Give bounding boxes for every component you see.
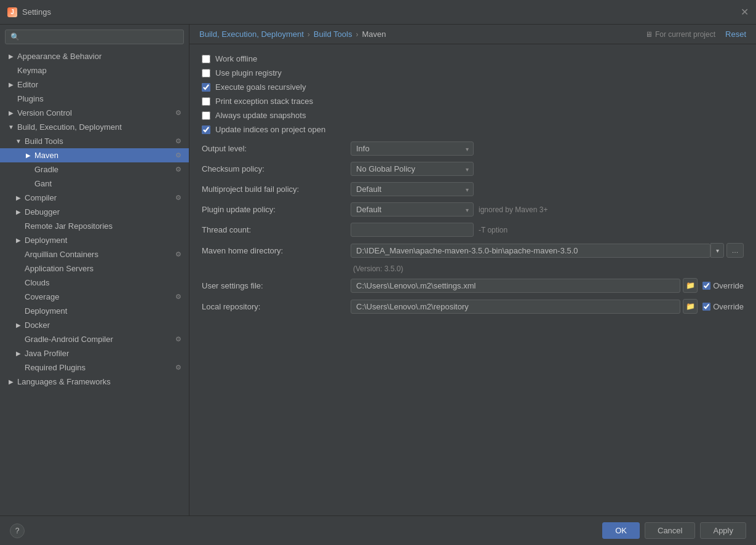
checkbox-row-1: Use plugin registry bbox=[202, 68, 744, 78]
breadcrumb-sep-2: › bbox=[356, 30, 358, 39]
checkbox-label-1[interactable]: Use plugin registry bbox=[215, 68, 282, 78]
checkbox-label-2[interactable]: Execute goals recursively bbox=[215, 82, 306, 92]
maven-version-text: (Version: 3.5.0) bbox=[353, 265, 403, 273]
sidebar-item-1[interactable]: Keymap bbox=[0, 63, 189, 78]
sidebar-ext-icon-10: ⚙ bbox=[175, 194, 184, 202]
checkbox-4[interactable] bbox=[202, 111, 210, 120]
user-settings-override: Override bbox=[702, 281, 744, 290]
checkbox-row-5: Update indices on project open bbox=[202, 125, 744, 134]
local-repository-control: 📁 Override bbox=[351, 299, 744, 314]
sidebar-item-15[interactable]: Application Servers bbox=[0, 261, 189, 276]
maven-version-row: (Version: 3.5.0) bbox=[202, 264, 744, 273]
breadcrumb-item-1[interactable]: Build, Execution, Deployment bbox=[199, 30, 304, 39]
sidebar-item-2[interactable]: ▶Editor bbox=[0, 78, 189, 92]
user-settings-browse-btn[interactable]: 📁 bbox=[683, 278, 698, 293]
maven-home-dropdown-btn[interactable]: ▾ bbox=[710, 243, 724, 258]
checkbox-label-5[interactable]: Update indices on project open bbox=[215, 125, 325, 134]
user-settings-override-label: Override bbox=[713, 281, 744, 290]
output-level-label: Output level: bbox=[202, 144, 343, 153]
user-settings-override-checkbox[interactable] bbox=[702, 282, 710, 290]
sidebar-item-7[interactable]: ▶Maven⚙ bbox=[0, 148, 189, 162]
search-input[interactable] bbox=[5, 30, 184, 44]
maven-home-row: Maven home directory: ▾ … bbox=[202, 243, 744, 258]
sidebar-label-6: Build Tools bbox=[25, 137, 173, 146]
user-settings-input[interactable] bbox=[351, 279, 680, 293]
plugin-update-policy-control: Default Never Always Daily ignored by Ma… bbox=[351, 202, 744, 217]
sidebar-item-9[interactable]: Gant bbox=[0, 177, 189, 191]
sidebar-label-7: Maven bbox=[34, 151, 173, 160]
local-repository-row: Local repository: 📁 Override bbox=[202, 299, 744, 314]
sidebar-item-13[interactable]: ▶Deployment bbox=[0, 233, 189, 247]
checkbox-1[interactable] bbox=[202, 69, 210, 78]
checkbox-3[interactable] bbox=[202, 97, 210, 106]
sidebar-item-21[interactable]: ▶Java Profiler bbox=[0, 346, 189, 360]
output-level-select-wrapper: Debug Info Warn Error bbox=[351, 141, 474, 156]
dialog-title: Settings bbox=[22, 7, 51, 17]
checkboxes-container: Work offlineUse plugin registryExecute g… bbox=[202, 54, 744, 134]
sidebar-item-17[interactable]: Coverage⚙ bbox=[0, 290, 189, 304]
checksum-policy-select[interactable]: No Global Policy Strict Warn Fail bbox=[351, 162, 474, 176]
dialog-body: ▶Appearance & BehaviorKeymap▶EditorPlugi… bbox=[0, 25, 756, 515]
app-icon: J bbox=[7, 7, 17, 17]
sidebar-item-10[interactable]: ▶Compiler⚙ bbox=[0, 191, 189, 205]
multiproject-policy-select-wrapper: Default Never Always bbox=[351, 182, 474, 196]
close-button[interactable]: ✕ bbox=[741, 6, 749, 18]
local-repository-browse-btn[interactable]: 📁 bbox=[683, 299, 698, 314]
apply-button[interactable]: Apply bbox=[700, 522, 746, 539]
sidebar-label-15: Application Servers bbox=[25, 264, 184, 273]
sidebar-label-21: Java Profiler bbox=[25, 349, 184, 358]
sidebar-item-19[interactable]: ▶Docker bbox=[0, 318, 189, 332]
checksum-policy-label: Checksum policy: bbox=[202, 164, 343, 173]
sidebar-item-22[interactable]: Required Plugins⚙ bbox=[0, 360, 189, 375]
sidebar-label-5: Build, Execution, Deployment bbox=[17, 122, 184, 132]
checkbox-2[interactable] bbox=[202, 83, 210, 92]
checksum-policy-select-wrapper: No Global Policy Strict Warn Fail bbox=[351, 162, 474, 176]
breadcrumb-item-2[interactable]: Build Tools bbox=[314, 30, 352, 39]
checkbox-0[interactable] bbox=[202, 55, 210, 63]
local-repository-override-checkbox[interactable] bbox=[702, 303, 710, 311]
sidebar-item-11[interactable]: ▶Debugger bbox=[0, 205, 189, 219]
sidebar-arrow-7: ▶ bbox=[25, 152, 32, 159]
sidebar-item-6[interactable]: ▼Build Tools⚙ bbox=[0, 134, 189, 148]
checksum-policy-row: Checksum policy: No Global Policy Strict… bbox=[202, 162, 744, 176]
sidebar-item-20[interactable]: Gradle-Android Compiler⚙ bbox=[0, 332, 189, 346]
multiproject-policy-select[interactable]: Default Never Always bbox=[351, 182, 474, 196]
sidebar-item-16[interactable]: Clouds bbox=[0, 276, 189, 290]
sidebar-spacer-15 bbox=[15, 265, 22, 272]
ok-button[interactable]: OK bbox=[602, 522, 640, 539]
settings-content: Work offlineUse plugin registryExecute g… bbox=[189, 44, 756, 515]
output-level-select[interactable]: Debug Info Warn Error bbox=[351, 141, 474, 156]
checkbox-row-4: Always update snapshots bbox=[202, 111, 744, 120]
plugin-update-policy-hint: ignored by Maven 3+ bbox=[479, 205, 547, 214]
thread-count-input[interactable] bbox=[351, 223, 474, 237]
cancel-button[interactable]: Cancel bbox=[645, 522, 695, 539]
local-repository-input[interactable] bbox=[351, 300, 680, 314]
output-level-control: Debug Info Warn Error bbox=[351, 141, 744, 156]
maven-home-label: Maven home directory: bbox=[202, 246, 343, 255]
sidebar-label-17: Coverage bbox=[25, 292, 173, 301]
sidebar-item-3[interactable]: Plugins bbox=[0, 92, 189, 106]
sidebar-item-23[interactable]: ▶Languages & Frameworks bbox=[0, 375, 189, 389]
maven-home-input[interactable] bbox=[351, 244, 710, 258]
sidebar-item-5[interactable]: ▼Build, Execution, Deployment bbox=[0, 120, 189, 134]
sidebar-item-4[interactable]: ▶Version Control⚙ bbox=[0, 106, 189, 120]
sidebar-spacer-18 bbox=[15, 308, 22, 315]
checkbox-label-4[interactable]: Always update snapshots bbox=[215, 111, 306, 120]
help-button[interactable]: ? bbox=[10, 523, 25, 538]
plugin-update-policy-select[interactable]: Default Never Always Daily bbox=[351, 202, 474, 217]
maven-home-browse-btn[interactable]: … bbox=[726, 243, 744, 258]
checkbox-5[interactable] bbox=[202, 125, 210, 134]
sidebar-label-0: Appearance & Behavior bbox=[17, 52, 184, 61]
reset-link[interactable]: Reset bbox=[725, 30, 746, 39]
sidebar-item-8[interactable]: Gradle⚙ bbox=[0, 162, 189, 177]
monitor-icon: 🖥 bbox=[645, 30, 653, 39]
checkbox-label-3[interactable]: Print exception stack traces bbox=[215, 97, 313, 106]
checkbox-label-0[interactable]: Work offline bbox=[215, 54, 257, 63]
sidebar-item-0[interactable]: ▶Appearance & Behavior bbox=[0, 49, 189, 63]
sidebar-spacer-9 bbox=[25, 180, 32, 188]
for-current-project: 🖥 For current project bbox=[645, 30, 715, 39]
breadcrumb-sep-1: › bbox=[308, 30, 310, 39]
sidebar-item-12[interactable]: Remote Jar Repositories bbox=[0, 219, 189, 233]
sidebar-item-14[interactable]: Arquillian Containers⚙ bbox=[0, 247, 189, 261]
sidebar-item-18[interactable]: Deployment bbox=[0, 304, 189, 318]
